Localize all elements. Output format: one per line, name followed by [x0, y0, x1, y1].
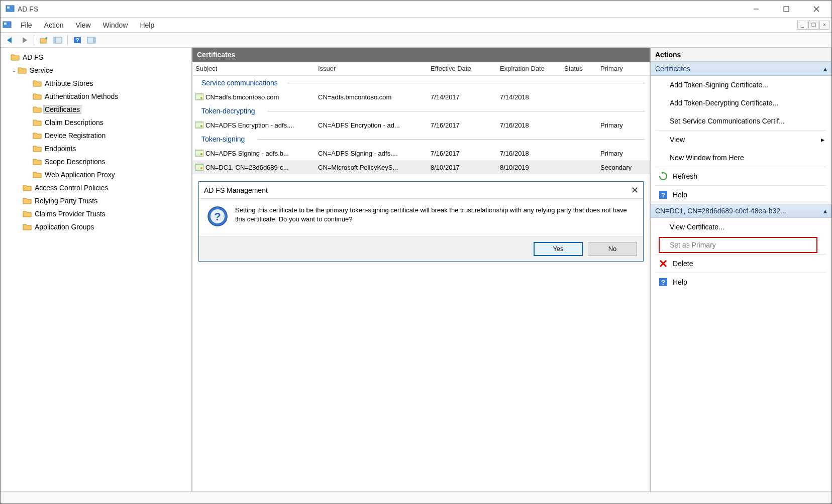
help-icon: ?	[659, 190, 668, 199]
svg-marker-18	[11, 55, 19, 60]
minimize-button[interactable]	[741, 1, 771, 18]
mdi-minimize[interactable]: _	[797, 21, 807, 30]
cert-primary: Primary	[597, 150, 643, 157]
action-new-window[interactable]: New Window from Here	[651, 149, 831, 167]
tree-node-service[interactable]: ⌄ Service	[1, 64, 191, 77]
collapse-icon[interactable]: ▴	[823, 65, 827, 73]
tree-node-acp[interactable]: Access Control Policies	[1, 181, 191, 194]
action-refresh[interactable]: Refresh	[651, 167, 831, 185]
action-view-certificate[interactable]: View Certificate...	[651, 218, 831, 236]
group-service-communications: Service communications	[192, 76, 650, 90]
tree-node-web-app-proxy[interactable]: Web Application Proxy	[1, 168, 191, 181]
tree-pane[interactable]: AD FS ⌄ Service Attribute Stores Authent…	[1, 48, 192, 491]
show-hide-tree-button[interactable]	[51, 34, 64, 46]
col-primary[interactable]: Primary	[597, 65, 643, 72]
col-status[interactable]: Status	[561, 65, 597, 72]
main-area: AD FS ⌄ Service Attribute Stores Authent…	[1, 48, 831, 491]
menu-file[interactable]: File	[15, 19, 38, 31]
back-button[interactable]	[4, 34, 17, 46]
tree-node-cpt[interactable]: Claims Provider Trusts	[1, 207, 191, 220]
menu-view[interactable]: View	[69, 19, 96, 31]
tree-node-scope-descriptions[interactable]: Scope Descriptions	[1, 155, 191, 168]
group-token-decrypting: Token-decrypting	[192, 104, 650, 118]
svg-point-35	[200, 125, 202, 127]
cert-expiration: 8/10/2019	[497, 164, 561, 171]
svg-marker-43	[661, 172, 663, 174]
mdi-controls: _ ❐ ×	[796, 21, 831, 30]
tree-node-rpt[interactable]: Relying Party Trusts	[1, 194, 191, 207]
delete-icon	[659, 259, 668, 268]
folder-icon	[33, 92, 42, 100]
collapse-icon[interactable]: ⌄	[11, 67, 18, 74]
certificate-icon	[195, 164, 203, 171]
title-bar: AD FS	[1, 1, 831, 18]
actions-section-selected-cert[interactable]: CN=DC1, CN=28d6d689-c0cf-48ea-b32... ▴	[651, 204, 831, 218]
actions-section-certificates[interactable]: Certificates ▴	[651, 62, 831, 76]
toolbar-separator	[34, 35, 34, 46]
action-delete[interactable]: Delete	[651, 255, 831, 273]
dialog-title-text: AD FS Management	[204, 186, 268, 194]
center-pane: Certificates Subject Issuer Effective Da…	[192, 48, 651, 491]
cert-row[interactable]: CN=ADFS Signing - adfs.b... CN=ADFS Sign…	[192, 146, 650, 160]
action-view[interactable]: View▸	[651, 131, 831, 149]
action-label: Delete	[673, 260, 693, 268]
tree-node-attribute-stores[interactable]: Attribute Stores	[1, 77, 191, 90]
tree-label: Claims Provider Trusts	[34, 210, 107, 218]
folder-icon	[33, 171, 42, 179]
dialog-yes-button[interactable]: Yes	[534, 242, 583, 256]
action-label: View Certificate...	[670, 223, 724, 231]
window-controls	[741, 1, 831, 18]
svg-rect-1	[7, 7, 10, 9]
mdi-close[interactable]: ×	[819, 21, 829, 30]
col-issuer[interactable]: Issuer	[315, 65, 428, 72]
tree-node-device-registration[interactable]: Device Registration	[1, 129, 191, 142]
tree-node-certificates[interactable]: Certificates	[1, 103, 191, 116]
maximize-button[interactable]	[771, 1, 801, 18]
submenu-arrow-icon: ▸	[821, 136, 824, 144]
dialog-no-button[interactable]: No	[588, 242, 637, 256]
grid-header[interactable]: Subject Issuer Effective Date Expiration…	[192, 62, 650, 76]
svg-marker-22	[33, 107, 41, 112]
action-help-2[interactable]: ? Help	[651, 273, 831, 291]
actions-header: Actions	[651, 48, 831, 62]
svg-marker-21	[33, 94, 41, 99]
dialog-close-button[interactable]: ✕	[626, 185, 643, 196]
help-button[interactable]: ?	[71, 34, 84, 46]
action-help[interactable]: ? Help	[651, 186, 831, 204]
menu-help[interactable]: Help	[134, 19, 160, 31]
close-button[interactable]	[801, 1, 831, 18]
up-button[interactable]	[37, 34, 50, 46]
col-expiration-date[interactable]: Expiration Date	[497, 65, 561, 72]
tree-label: Attribute Stores	[44, 79, 94, 87]
folder-icon	[33, 79, 42, 87]
show-action-pane-button[interactable]	[85, 34, 98, 46]
mdi-restore[interactable]: ❐	[808, 21, 818, 30]
cert-row-selected[interactable]: CN=DC1, CN=28d6d689-c... CN=Microsoft Po…	[192, 160, 650, 174]
col-subject[interactable]: Subject	[192, 65, 315, 72]
toolbar: ?	[1, 33, 831, 48]
svg-marker-30	[23, 211, 31, 217]
tree-label: Endpoints	[44, 145, 77, 153]
collapse-icon[interactable]: ▴	[823, 207, 827, 215]
action-set-as-primary[interactable]: Set as Primary	[658, 236, 818, 254]
action-label: New Window from Here	[670, 154, 744, 162]
tree-node-root[interactable]: AD FS	[1, 51, 191, 64]
tree-node-endpoints[interactable]: Endpoints	[1, 142, 191, 155]
cert-effective: 7/16/2017	[428, 150, 497, 157]
tree-node-ag[interactable]: Application Groups	[1, 220, 191, 233]
tree-node-claim-descriptions[interactable]: Claim Descriptions	[1, 116, 191, 129]
cert-primary: Secondary	[597, 164, 643, 171]
folder-icon	[18, 66, 27, 74]
col-effective-date[interactable]: Effective Date	[428, 65, 497, 72]
cert-row[interactable]: CN=adfs.bmcontoso.com CN=adfs.bmcontoso.…	[192, 90, 650, 104]
forward-button[interactable]	[18, 34, 31, 46]
menu-window[interactable]: Window	[97, 19, 134, 31]
cert-row[interactable]: CN=ADFS Encryption - adfs.... CN=ADFS En…	[192, 118, 650, 132]
action-add-token-signing[interactable]: Add Token-Signing Certificate...	[651, 76, 831, 94]
svg-rect-13	[54, 37, 56, 43]
action-set-service-comm[interactable]: Set Service Communications Certif...	[651, 112, 831, 130]
tree-node-auth-methods[interactable]: Authentication Methods	[1, 90, 191, 103]
menu-action[interactable]: Action	[38, 19, 70, 31]
cert-issuer: CN=Microsoft PolicyKeyS...	[315, 164, 428, 171]
action-add-token-decrypting[interactable]: Add Token-Decrypting Certificate...	[651, 94, 831, 112]
